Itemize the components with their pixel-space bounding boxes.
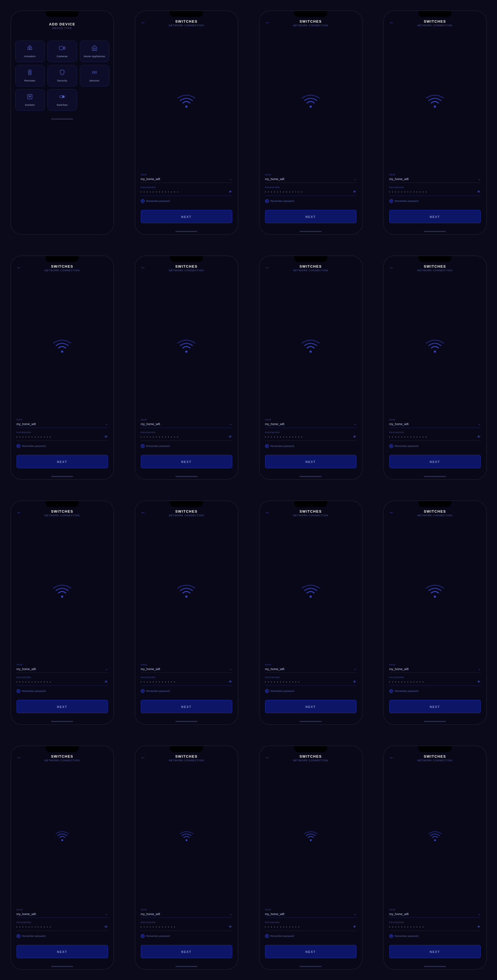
device-item-actuators[interactable]: Actuators (15, 41, 45, 62)
ssid-row[interactable]: my_home_wifi ⌄ (141, 177, 232, 183)
device-item-remotes[interactable]: Remotes (15, 65, 45, 86)
next-button[interactable]: NEXT (17, 945, 108, 958)
remember-checkbox[interactable] (265, 199, 269, 203)
password-row[interactable]: • • • • • • • • • • • • 👁 (389, 680, 481, 686)
device-item-security[interactable]: Security (48, 65, 77, 86)
remember-row[interactable]: Remember password (265, 199, 356, 203)
eye-icon[interactable]: 👁 (229, 435, 232, 439)
remember-row[interactable]: Remember password (141, 199, 232, 203)
eye-icon[interactable]: 👁 (477, 190, 481, 194)
remember-checkbox[interactable] (141, 934, 144, 938)
device-item-sockets[interactable]: Sockets (15, 89, 45, 111)
next-button[interactable]: NEXT (141, 945, 232, 958)
next-button[interactable]: NEXT (389, 945, 481, 958)
password-row[interactable]: • • • • • • • • • • • • 👁 (17, 435, 108, 441)
eye-icon[interactable]: 👁 (104, 925, 108, 929)
password-row[interactable]: • • • • • • • • • • • • 👁 (17, 925, 108, 931)
next-button[interactable]: NEXT (17, 700, 108, 713)
back-button[interactable]: ← (265, 265, 270, 271)
eye-icon[interactable]: 👁 (353, 435, 356, 439)
next-button[interactable]: NEXT (389, 700, 481, 713)
back-button[interactable]: ← (265, 510, 270, 516)
remember-checkbox[interactable] (141, 689, 144, 693)
back-button[interactable]: ← (389, 755, 394, 761)
back-button[interactable]: ← (265, 20, 270, 26)
next-button[interactable]: NEXT (265, 210, 356, 223)
ssid-row[interactable]: my_home_wifi ⌄ (389, 667, 481, 673)
remember-row[interactable]: Remember password (141, 689, 232, 693)
eye-icon[interactable]: 👁 (353, 925, 356, 929)
remember-row[interactable]: Remember password (265, 444, 356, 448)
remember-checkbox[interactable] (389, 934, 393, 938)
next-button[interactable]: NEXT (141, 210, 232, 223)
device-item-sensors[interactable]: Sensors (80, 65, 110, 86)
remember-row[interactable]: Remember password (265, 689, 356, 693)
next-button[interactable]: NEXT (265, 700, 356, 713)
ssid-row[interactable]: my_home_wifi ⌄ (389, 177, 481, 183)
back-button[interactable]: ← (389, 20, 394, 26)
back-button[interactable]: ← (141, 755, 146, 761)
password-row[interactable]: • • • • • • • • • • • • • 👁 (389, 435, 481, 441)
ssid-row[interactable]: my_home_wifi ⌄ (389, 912, 481, 918)
remember-checkbox[interactable] (389, 444, 393, 448)
device-item-home-appliances[interactable]: Home Appliances (80, 41, 110, 62)
device-item-cameras[interactable]: Cameras (48, 41, 77, 62)
ssid-row[interactable]: my_home_wifi ⌄ (17, 667, 108, 673)
eye-icon[interactable]: 👁 (229, 680, 232, 684)
next-button[interactable]: NEXT (389, 210, 481, 223)
next-button[interactable]: NEXT (141, 700, 232, 713)
back-button[interactable]: ← (141, 20, 146, 26)
eye-icon[interactable]: 👁 (353, 190, 356, 194)
remember-checkbox[interactable] (17, 689, 21, 693)
eye-icon[interactable]: 👁 (229, 925, 232, 929)
password-row[interactable]: • • • • • • • • • • • • • 👁 (265, 190, 356, 196)
remember-row[interactable]: Remember password (389, 199, 481, 203)
ssid-row[interactable]: my_home_wifi ⌄ (265, 667, 356, 673)
password-row[interactable]: • • • • • • • • • • • • 👁 (389, 925, 481, 931)
ssid-row[interactable]: my_home_wifi ⌄ (389, 422, 481, 428)
ssid-row[interactable]: my_home_wifi ⌄ (141, 422, 232, 428)
device-item-switches[interactable]: Switches (48, 89, 77, 111)
next-button[interactable]: NEXT (389, 455, 481, 468)
remember-row[interactable]: Remember password (265, 934, 356, 938)
remember-checkbox[interactable] (17, 444, 21, 448)
eye-icon[interactable]: 👁 (104, 680, 108, 684)
remember-row[interactable]: Remember password (389, 444, 481, 448)
ssid-row[interactable]: my_home_wifi ⌄ (265, 422, 356, 428)
back-button[interactable]: ← (141, 265, 146, 271)
remember-row[interactable]: Remember password (141, 934, 232, 938)
remember-checkbox[interactable] (265, 444, 269, 448)
eye-icon[interactable]: 👁 (353, 680, 356, 684)
next-button[interactable]: NEXT (17, 455, 108, 468)
ssid-row[interactable]: my_home_wifi ⌄ (141, 667, 232, 673)
remember-checkbox[interactable] (265, 689, 269, 693)
remember-row[interactable]: Remember password (17, 934, 108, 938)
remember-checkbox[interactable] (17, 934, 21, 938)
back-button[interactable]: ← (17, 755, 22, 761)
next-button[interactable]: NEXT (265, 945, 356, 958)
back-button[interactable]: ← (389, 510, 394, 516)
remember-row[interactable]: Remember password (17, 689, 108, 693)
password-row[interactable]: • • • • • • • • • • • • 👁 (17, 680, 108, 686)
password-row[interactable]: • • • • • • • • • • • • • 👁 (265, 435, 356, 441)
ssid-row[interactable]: my_home_wifi ⌄ (265, 912, 356, 918)
remember-row[interactable]: Remember password (141, 444, 232, 448)
back-button[interactable]: ← (17, 510, 22, 516)
password-row[interactable]: • • • • • • • • • • • • 👁 (265, 925, 356, 931)
remember-checkbox[interactable] (265, 934, 269, 938)
back-button[interactable]: ← (389, 265, 394, 271)
eye-icon[interactable]: 👁 (477, 925, 481, 929)
password-row[interactable]: • • • • • • • • • • • • • 👁 (141, 190, 232, 196)
password-row[interactable]: • • • • • • • • • • • • 👁 (141, 680, 232, 686)
ssid-row[interactable]: my_home_wifi ⌄ (17, 912, 108, 918)
eye-icon[interactable]: 👁 (477, 680, 481, 684)
remember-row[interactable]: Remember password (17, 444, 108, 448)
ssid-row[interactable]: my_home_wifi ⌄ (141, 912, 232, 918)
remember-checkbox[interactable] (389, 689, 393, 693)
remember-checkbox[interactable] (141, 444, 144, 448)
eye-icon[interactable]: 👁 (229, 190, 232, 194)
ssid-row[interactable]: my_home_wifi ⌄ (17, 422, 108, 428)
password-row[interactable]: • • • • • • • • • • • • • 👁 (389, 190, 481, 196)
next-button[interactable]: NEXT (141, 455, 232, 468)
remember-row[interactable]: Remember password (389, 934, 481, 938)
